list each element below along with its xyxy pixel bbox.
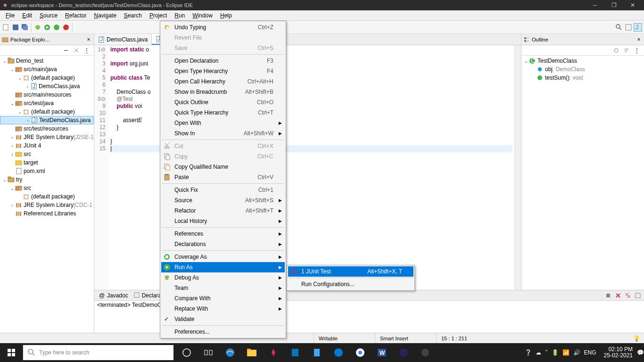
ie-icon[interactable] xyxy=(221,343,239,362)
menu-item-open-declaration[interactable]: Open DeclarationF3 xyxy=(161,56,285,66)
javadoc-tab[interactable]: @Javadoc xyxy=(96,291,131,300)
menu-item-local-history[interactable]: Local History▶ xyxy=(161,216,285,226)
stop-icon[interactable] xyxy=(604,291,612,300)
menu-item-coverage-as[interactable]: Coverage As▶ xyxy=(161,252,285,262)
tree-node[interactable]: ⌄src xyxy=(0,184,94,192)
notepad-icon[interactable] xyxy=(307,343,326,362)
hide-fields-icon[interactable]: ⋮ xyxy=(633,46,641,55)
menu-help[interactable]: Help xyxy=(216,11,236,20)
tree-node[interactable]: target xyxy=(0,158,94,167)
edge-icon[interactable] xyxy=(329,343,348,362)
run-icon[interactable] xyxy=(43,23,51,32)
menu-item-quick-outline[interactable]: Quick OutlineCtrl+O xyxy=(161,97,285,107)
outline-node[interactable]: testSum() : void xyxy=(521,74,644,82)
tree-node[interactable]: ⌄src/test/java xyxy=(0,99,94,107)
close-button[interactable]: ✕ xyxy=(623,0,642,10)
twist-icon[interactable]: ⌄ xyxy=(9,67,15,72)
editor-tab-democlass[interactable]: J DemoClass.java xyxy=(94,34,152,45)
twist-icon[interactable]: › xyxy=(9,203,15,208)
twist-icon[interactable]: ⌄ xyxy=(17,75,23,81)
menu-item-team[interactable]: Team▶ xyxy=(161,283,285,293)
focus-icon[interactable] xyxy=(612,46,620,55)
close-panel-icon[interactable]: × xyxy=(636,36,642,43)
twist-icon[interactable]: ⌄ xyxy=(523,58,529,64)
tree-node[interactable]: Referenced Libraries xyxy=(0,209,94,218)
twist-icon[interactable]: › xyxy=(9,135,15,140)
link-editor-icon[interactable] xyxy=(72,46,81,55)
menu-item-refactor[interactable]: RefactorAlt+Shift+T▶ xyxy=(161,206,285,216)
tree-node[interactable]: src/main/resources xyxy=(0,90,94,99)
tree-node[interactable]: ⌄(default package) xyxy=(0,107,94,116)
remove-icon[interactable] xyxy=(614,291,622,300)
menu-item-open-with[interactable]: Open With▶ xyxy=(161,118,285,128)
maximize-button[interactable]: ❐ xyxy=(604,0,623,10)
tree-node[interactable]: (default package) xyxy=(0,192,94,201)
menu-item-paste[interactable]: PasteCtrl+V xyxy=(161,172,285,182)
twist-icon[interactable]: ⌄ xyxy=(9,186,15,191)
menu-item-replace-with[interactable]: Replace With▶ xyxy=(161,304,285,314)
language-indicator[interactable]: ENG xyxy=(584,349,596,356)
menu-item-references[interactable]: References▶ xyxy=(161,229,285,239)
tree-node[interactable]: ⌄try xyxy=(0,175,94,184)
tree-node[interactable]: ⌄src/main/java xyxy=(0,65,94,74)
save-all-icon[interactable] xyxy=(21,23,29,32)
debug-icon[interactable] xyxy=(33,23,42,32)
outline-tab[interactable]: Outline × xyxy=(521,34,644,45)
console-icon[interactable] xyxy=(634,291,642,300)
save-icon[interactable] xyxy=(11,23,20,32)
eclipse-app-icon[interactable] xyxy=(394,343,413,362)
menu-item-open-call-hierarchy[interactable]: Open Call HierarchyCtrl+Alt+H xyxy=(161,76,285,87)
help-icon[interactable]: ❔ xyxy=(525,349,532,356)
menu-item-show-in[interactable]: Show InAlt+Shift+W▶ xyxy=(161,128,285,139)
remove-all-icon[interactable] xyxy=(624,291,632,300)
tree-node[interactable]: ›JRE System Library [J2SE-1 xyxy=(0,133,94,141)
twist-icon[interactable]: › xyxy=(9,152,15,157)
start-button[interactable] xyxy=(0,343,23,362)
menu-item-source[interactable]: SourceAlt+Shift+S▶ xyxy=(161,195,285,206)
menu-item-run-configurations-[interactable]: Run Configurations... xyxy=(288,279,413,289)
menu-item-copy-qualified-name[interactable]: Copy Qualified Name xyxy=(161,162,285,172)
cortana-icon[interactable] xyxy=(177,343,196,362)
collapse-all-icon[interactable] xyxy=(62,46,70,55)
tree-node[interactable]: ›JRE System Library [CDC-1 xyxy=(0,201,94,209)
app-icon-2[interactable] xyxy=(416,343,435,362)
word-icon[interactable]: W xyxy=(372,343,391,362)
tree-node[interactable]: ›JTestDemoClass.java xyxy=(0,116,94,124)
taskbar-clock[interactable]: 02:10 PM 25-02-2021 xyxy=(600,346,636,359)
perspective-icon[interactable] xyxy=(624,23,633,32)
new-icon[interactable] xyxy=(2,23,10,32)
twist-icon[interactable]: › xyxy=(25,118,31,123)
app-icon[interactable] xyxy=(264,343,283,362)
menu-source[interactable]: Source xyxy=(36,11,61,20)
menu-item-1-junit-test[interactable]: Ju1 JUnit TestAlt+Shift+X, T xyxy=(288,266,413,277)
coverage-icon[interactable] xyxy=(52,23,61,32)
package-explorer-tab[interactable]: Package Explo… × xyxy=(0,34,94,45)
tip-icon[interactable]: 💡 xyxy=(633,335,640,342)
menu-edit[interactable]: Edit xyxy=(18,11,36,20)
notifications-icon[interactable]: 💬 xyxy=(636,349,644,356)
wifi-icon[interactable]: 📶 xyxy=(562,349,570,356)
tree-node[interactable]: src/test/resources xyxy=(0,124,94,133)
java-perspective-icon[interactable]: J xyxy=(634,23,642,32)
menu-item-preferences-[interactable]: Preferences... xyxy=(161,327,285,337)
menu-item-run-as[interactable]: Run As▶ xyxy=(161,262,285,272)
close-panel-icon[interactable]: × xyxy=(85,36,92,43)
twist-icon[interactable]: › xyxy=(9,143,15,148)
volume-icon[interactable]: 🔊 xyxy=(573,349,580,356)
menu-item-quick-type-hierarchy[interactable]: Quick Type HierarchyCtrl+T xyxy=(161,107,285,118)
menu-refactor[interactable]: Refactor xyxy=(61,11,90,20)
menu-navigate[interactable]: Navigate xyxy=(90,11,120,20)
menu-file[interactable]: File xyxy=(2,11,18,20)
explorer-icon[interactable] xyxy=(242,343,261,362)
menu-item-validate[interactable]: ✓Validate xyxy=(161,314,285,324)
minimize-button[interactable]: ─ xyxy=(586,0,604,10)
ext-tools-icon[interactable] xyxy=(62,23,70,32)
twist-icon[interactable]: ⌄ xyxy=(2,177,8,182)
tree-node[interactable]: ⌄(default package) xyxy=(0,74,94,82)
tree-node[interactable]: ›JUnit 4 xyxy=(0,141,94,150)
calculator-icon[interactable] xyxy=(286,343,305,362)
menu-project[interactable]: Project xyxy=(146,11,171,20)
tree-node[interactable]: ›src xyxy=(0,150,94,158)
tree-node[interactable]: ⌄Demo_test xyxy=(0,57,94,65)
menu-item-undo-typing[interactable]: Undo TypingCtrl+Z xyxy=(161,22,285,33)
